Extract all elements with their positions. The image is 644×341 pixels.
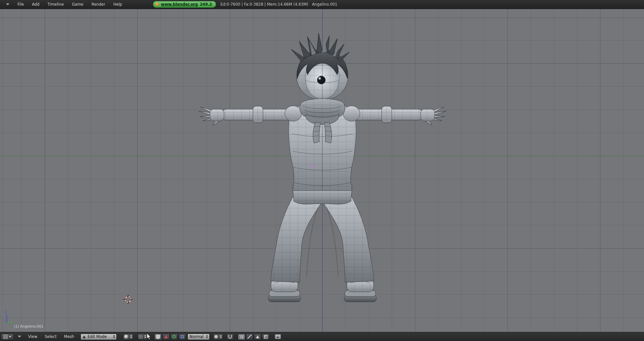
top-menu-bar: File Add Timeline Game Render Help www.b… bbox=[0, 0, 644, 9]
view-axis-indicator: z bbox=[5, 310, 14, 323]
orientation-dropdown[interactable]: Normal bbox=[187, 334, 210, 340]
viewport-header: View Select Mesh Edit Mode Norm bbox=[0, 332, 644, 341]
render-preview-button[interactable] bbox=[274, 334, 282, 340]
badge-domain: www.blender.org bbox=[161, 2, 198, 7]
updown-arrows-icon bbox=[113, 335, 115, 338]
proportional-edit-dropdown[interactable] bbox=[213, 334, 223, 340]
scene-canvas: z bbox=[0, 9, 644, 332]
translate-manipulator-button[interactable] bbox=[162, 334, 170, 340]
edge-select-button[interactable] bbox=[246, 334, 253, 340]
manipulator-toggle-button[interactable] bbox=[154, 334, 162, 340]
draw-type-dropdown[interactable] bbox=[123, 334, 133, 340]
cursor-3d bbox=[123, 295, 133, 304]
hand-icon bbox=[156, 335, 160, 339]
axis-z-label: z bbox=[5, 310, 6, 314]
updown-arrows-icon bbox=[206, 335, 208, 338]
window-menu-chevron-icon[interactable] bbox=[6, 3, 9, 5]
scale-square-icon bbox=[181, 335, 184, 338]
image-icon bbox=[275, 335, 280, 339]
editor-grid-icon bbox=[3, 335, 8, 339]
badge-version: 249.2 bbox=[200, 2, 212, 7]
magnet-icon bbox=[228, 335, 232, 339]
proportional-falloff-icon bbox=[214, 335, 218, 339]
header-menu-chevron-icon[interactable] bbox=[18, 336, 21, 338]
scene-stats: Ed:0-7600 | Fa:0-3828 | Mem:14.66M (4.63… bbox=[220, 2, 337, 7]
updown-arrows-icon bbox=[130, 335, 132, 338]
menu-timeline[interactable]: Timeline bbox=[44, 2, 68, 7]
edit-mode-icon bbox=[83, 335, 86, 338]
blender-logo-icon bbox=[156, 3, 159, 6]
orientation-label: Normal bbox=[190, 334, 204, 339]
character-mesh bbox=[199, 33, 446, 302]
rotate-circle-icon bbox=[172, 335, 176, 338]
blender-version-badge[interactable]: www.blender.org 249.2 bbox=[153, 1, 216, 8]
mode-dropdown[interactable]: Edit Mode bbox=[80, 334, 117, 340]
menu-add[interactable]: Add bbox=[28, 2, 43, 7]
menu-select[interactable]: Select bbox=[41, 334, 60, 339]
face-triangle-icon bbox=[256, 335, 259, 338]
eye bbox=[317, 76, 325, 84]
cube-icon bbox=[264, 335, 268, 339]
blender-window: File Add Timeline Game Render Help www.b… bbox=[0, 0, 644, 341]
viewport-3d[interactable]: z (1) Angelino.001 bbox=[0, 9, 644, 332]
translate-arrow-icon bbox=[164, 335, 168, 338]
editor-type-dropdown[interactable] bbox=[1, 334, 14, 340]
menu-mesh[interactable]: Mesh bbox=[60, 334, 78, 339]
face-select-button[interactable] bbox=[254, 334, 261, 340]
rotate-manipulator-button[interactable] bbox=[170, 334, 178, 340]
pivot-dropdown[interactable] bbox=[138, 334, 148, 340]
menu-help[interactable]: Help bbox=[109, 2, 126, 7]
menu-file[interactable]: File bbox=[13, 2, 28, 7]
pivot-point-icon bbox=[139, 335, 143, 339]
updown-arrows-icon bbox=[220, 335, 222, 338]
scale-manipulator-button[interactable] bbox=[178, 334, 186, 340]
menu-view[interactable]: View bbox=[24, 334, 41, 339]
menu-game[interactable]: Game bbox=[68, 2, 87, 7]
chevron-down-icon bbox=[9, 336, 11, 338]
updown-arrows-icon bbox=[144, 335, 146, 338]
active-object-info: (1) Angelino.001 bbox=[14, 324, 43, 328]
menu-render[interactable]: Render bbox=[88, 2, 109, 7]
mode-label: Edit Mode bbox=[88, 334, 111, 339]
solid-shading-icon bbox=[124, 335, 128, 339]
snap-toggle-button[interactable] bbox=[226, 334, 234, 340]
vertex-dots-icon bbox=[240, 335, 244, 339]
vertex-select-button[interactable] bbox=[238, 334, 245, 340]
occlude-geometry-button[interactable] bbox=[262, 334, 269, 340]
edge-line-icon bbox=[248, 335, 252, 339]
